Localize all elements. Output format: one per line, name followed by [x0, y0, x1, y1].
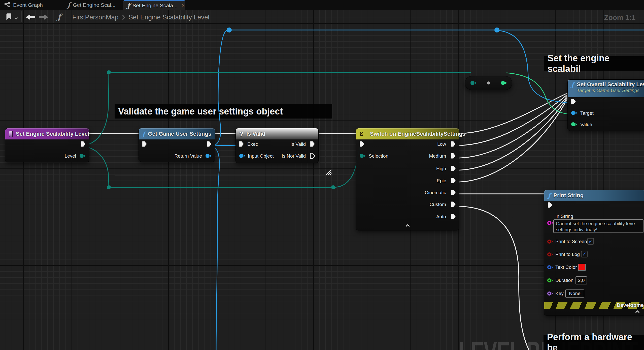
pin-label-auto: Auto	[436, 214, 446, 220]
back-button[interactable]	[25, 14, 36, 21]
graph-icon	[5, 2, 11, 8]
reroute-node-teal-left[interactable]	[107, 185, 111, 189]
pin-label-low: Low	[437, 141, 446, 147]
node-subtitle: Target is Game User Settings	[577, 88, 639, 93]
close-icon[interactable]: ×	[182, 2, 185, 9]
tab-label: Event Graph	[13, 2, 43, 8]
node-header: ƒ Get Game User Settings	[139, 128, 215, 139]
auto-exec-pin[interactable]	[451, 214, 456, 220]
pin-label-print-to-screen: Print to Screen	[555, 239, 587, 244]
tab-set-engine-active[interactable]: ƒ Set Engine Scala... ×	[123, 0, 185, 10]
print-to-log-checkbox[interactable]: ✓	[581, 251, 588, 257]
tab-label: Set Engine Scala...	[132, 3, 178, 9]
print-to-screen-pin[interactable]	[547, 240, 551, 244]
tab-bar: Event Graph ƒ Get Engine Scal... ƒ Set E…	[0, 0, 644, 10]
in-string-pin[interactable]	[547, 221, 551, 225]
node-header: ƒ Set Overall Scalability Level Target i…	[568, 80, 644, 97]
selection-pin[interactable]	[360, 154, 364, 158]
high-exec-pin[interactable]	[451, 165, 456, 171]
forward-button[interactable]	[38, 14, 49, 21]
wire-returnvalue-down	[212, 146, 219, 350]
reroute-node-teal-top[interactable]	[107, 70, 111, 74]
collapse-arrow-icon[interactable]	[405, 224, 410, 227]
pin-label-print-to-log: Print to Log	[555, 252, 580, 257]
reroute-node-blue-left[interactable]	[227, 27, 232, 33]
pin-label-is-not-valid: Is Not Valid	[282, 153, 306, 159]
node-header: ? Is Valid	[236, 128, 318, 139]
target-pin[interactable]	[571, 111, 575, 115]
is-not-valid-exec-out-pin[interactable]	[310, 153, 315, 159]
exec-in-pin[interactable]	[142, 141, 147, 147]
pin-label-key: Key	[555, 291, 564, 296]
conversion-out-pin[interactable]	[501, 81, 505, 85]
node-header: Ɛ→ Switch on EngineScalabilitySettings	[356, 128, 459, 139]
chevron-down-icon[interactable]	[14, 16, 18, 21]
node-switch-enum[interactable]: Ɛ→ Switch on EngineScalabilitySettings S…	[356, 128, 459, 230]
pin-label-medium: Medium	[429, 153, 446, 159]
wire-exec-cinematic	[456, 95, 569, 182]
exec-out-pin[interactable]	[207, 141, 212, 147]
wire-exec-high	[456, 94, 569, 158]
toolbar-separator	[52, 11, 52, 22]
exec-out-pin[interactable]	[81, 141, 86, 147]
node-is-valid[interactable]: ? Is Valid Exec Input Object Is Valid Is…	[235, 128, 319, 163]
node-print-string[interactable]: ƒ Print String In String Cannot set the …	[544, 190, 644, 316]
node-conversion-pill[interactable]	[465, 76, 512, 90]
node-title: Set Engine Scalability Level	[16, 131, 89, 137]
pin-label-value: Value	[580, 122, 592, 127]
key-input[interactable]: None	[565, 289, 584, 298]
node-set-overall-scalability-level[interactable]: ƒ Set Overall Scalability Level Target i…	[567, 79, 644, 131]
text-color-pin[interactable]	[547, 265, 551, 269]
exec-in-pin[interactable]	[239, 141, 244, 147]
exec-in-pin[interactable]	[547, 202, 553, 208]
is-valid-exec-out-pin[interactable]	[310, 141, 315, 147]
enum-switch-icon: Ɛ→	[360, 130, 367, 137]
text-color-swatch[interactable]	[578, 264, 586, 271]
function-icon: ƒ	[127, 2, 130, 9]
function-icon: ƒ	[571, 81, 574, 89]
bookmark-button[interactable]	[6, 13, 13, 22]
blueprint-editor: Event Graph ƒ Get Engine Scal... ƒ Set E…	[0, 0, 644, 350]
duration-pin[interactable]	[547, 278, 551, 282]
in-string-textbox[interactable]: Cannot set the engine scalability leve s…	[553, 219, 643, 233]
development-banner-label: Developme	[617, 302, 644, 308]
input-object-pin[interactable]	[239, 154, 243, 158]
node-get-game-user-settings[interactable]: ƒ Get Game User Settings Return Value	[139, 128, 215, 162]
pin-label-custom: Custom	[430, 202, 446, 207]
collapse-arrow-icon[interactable]	[635, 310, 640, 313]
graph-canvas[interactable]: LEVEL BLUEPRINT Validate the game user s…	[0, 10, 644, 350]
in-string-line2: settings individualy!	[556, 227, 597, 232]
breadcrumb-chevron-icon	[122, 15, 125, 20]
reroute-node-blue-right[interactable]	[494, 27, 499, 33]
level-pin[interactable]	[80, 154, 84, 158]
cinematic-exec-pin[interactable]	[451, 189, 456, 195]
pin-label-in-string: In String	[555, 214, 573, 219]
tab-event-graph[interactable]: Event Graph	[5, 0, 43, 10]
pin-label-target: Target	[580, 110, 594, 116]
custom-exec-pin[interactable]	[451, 201, 456, 207]
checkmark-icon: ✓	[582, 251, 587, 257]
key-pin[interactable]	[547, 291, 551, 296]
function-icon: ƒ	[67, 1, 70, 9]
exec-in-pin[interactable]	[359, 141, 365, 147]
pin-label-selection: Selection	[369, 153, 388, 159]
print-to-log-pin[interactable]	[547, 252, 551, 256]
value-pin[interactable]	[571, 122, 575, 126]
tab-get-engine[interactable]: ƒ Get Engine Scal...	[67, 0, 115, 10]
node-set-engine-scalability-level[interactable]: Set Engine Scalability Level Level	[5, 128, 89, 162]
breadcrumb-root[interactable]: FirstPersonMap	[72, 13, 119, 21]
reroute-node-teal-right[interactable]	[331, 185, 335, 189]
epic-exec-pin[interactable]	[451, 178, 456, 184]
pin-label-epic: Epic	[437, 178, 446, 184]
exec-in-pin[interactable]	[571, 99, 576, 105]
conversion-in-pin[interactable]	[470, 81, 474, 85]
conversion-dot-icon	[487, 81, 490, 84]
medium-exec-pin[interactable]	[451, 153, 456, 159]
duration-input[interactable]: 2,0	[575, 276, 587, 284]
low-exec-pin[interactable]	[451, 141, 456, 147]
function-icon: ƒ	[142, 130, 145, 138]
print-to-screen-checkbox[interactable]: ✓	[587, 238, 594, 245]
checkmark-icon: ✓	[588, 238, 593, 244]
return-value-pin[interactable]	[206, 154, 210, 158]
pin-label-cinematic: Cinematic	[425, 190, 446, 195]
